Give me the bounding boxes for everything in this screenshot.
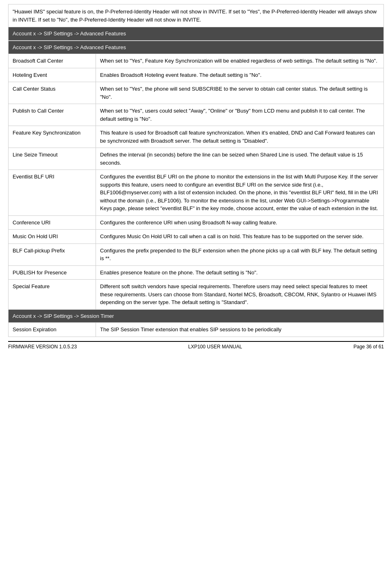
row-description: Different soft switch vendors have speci…	[96, 280, 384, 310]
row-description: Configures the conference URI when using…	[96, 215, 384, 230]
table-row: Conference URI Configures the conference…	[9, 215, 384, 230]
footer-page: Page 36 of 61	[353, 344, 384, 350]
row-label: Publish to Call Center	[9, 104, 96, 126]
row-description: The SIP Session Timer extension that ena…	[96, 323, 384, 337]
section1-header-cell: Account x -> SIP Settings -> Advanced Fe…	[9, 41, 384, 54]
row-label: Call Center Status	[9, 82, 96, 104]
table-row: PUBLISH for Presence Enables presence fe…	[9, 265, 384, 280]
row-label: BLF Call-pickup Prefix	[9, 243, 96, 265]
row-label: Eventlist BLF URI	[9, 170, 96, 216]
row-label: Line Seize Timeout	[9, 148, 96, 170]
row-label: Special Feature	[9, 280, 96, 310]
row-label: Session Expiration	[9, 323, 96, 337]
table-row: Feature Key Synchronization This feature…	[9, 126, 384, 148]
footer-firmware: FIRMWARE VERSION 1.0.5.23	[8, 344, 77, 350]
table-row: Music On Hold URI Configures Music On Ho…	[9, 230, 384, 244]
row-description: Enables presence feature on the phone. T…	[96, 265, 384, 280]
section1-header: Account x -> SIP Settings -> Advanced Fe…	[9, 27, 384, 41]
row-description: When set to "Yes", Feature Key Synchroni…	[96, 54, 384, 68]
row-label: PUBLISH for Presence	[9, 265, 96, 280]
section1-header-row: Account x -> SIP Settings -> Advanced Fe…	[9, 27, 384, 41]
table-row: Call Center Status When set to "Yes", th…	[9, 82, 384, 104]
row-description: Enables Broadsoft Hoteling event feature…	[96, 68, 384, 82]
table-row: BLF Call-pickup Prefix Configures the pr…	[9, 243, 384, 265]
page-footer: FIRMWARE VERSION 1.0.5.23 LXP100 USER MA…	[8, 341, 384, 350]
footer-manual: LXP100 USER MANUAL	[188, 344, 242, 350]
table-row: Broadsoft Call Center When set to "Yes",…	[9, 54, 384, 68]
section2-header-row: Account x -> SIP Settings -> Session Tim…	[9, 309, 384, 323]
row-label: Hoteling Event	[9, 68, 96, 82]
row-description: Configures Music On Hold URI to call whe…	[96, 230, 384, 244]
section1-header-row: Account x -> SIP Settings -> Advanced Fe…	[9, 41, 384, 54]
row-description: Configures the prefix prepended to the B…	[96, 243, 384, 265]
table-row: Line Seize Timeout Defines the interval …	[9, 148, 384, 170]
table-row: Eventlist BLF URI Configures the eventli…	[9, 170, 384, 216]
table-row: Session Expiration The SIP Session Timer…	[9, 323, 384, 337]
row-description: When set to "Yes", the phone will send S…	[96, 82, 384, 104]
section2-header-cell: Account x -> SIP Settings -> Session Tim…	[9, 309, 384, 323]
row-label: Feature Key Synchronization	[9, 126, 96, 148]
table-row: Special Feature Different soft switch ve…	[9, 280, 384, 310]
row-label: Broadsoft Call Center	[9, 54, 96, 68]
table-row: Publish to Call Center When set to "Yes"…	[9, 104, 384, 126]
row-label: Music On Hold URI	[9, 230, 96, 244]
row-label: Conference URI	[9, 215, 96, 230]
row-description: This feature is used for Broadsoft call …	[96, 126, 384, 148]
row-description: When set to "Yes", users could select "A…	[96, 104, 384, 126]
row-description: Defines the interval (in seconds) before…	[96, 148, 384, 170]
table-row: Hoteling Event Enables Broadsoft Hotelin…	[9, 68, 384, 82]
intro-text: "Huawei IMS" special feature is on, the …	[8, 4, 384, 27]
row-description: Configures the eventlist BLF URI on the …	[96, 170, 384, 216]
